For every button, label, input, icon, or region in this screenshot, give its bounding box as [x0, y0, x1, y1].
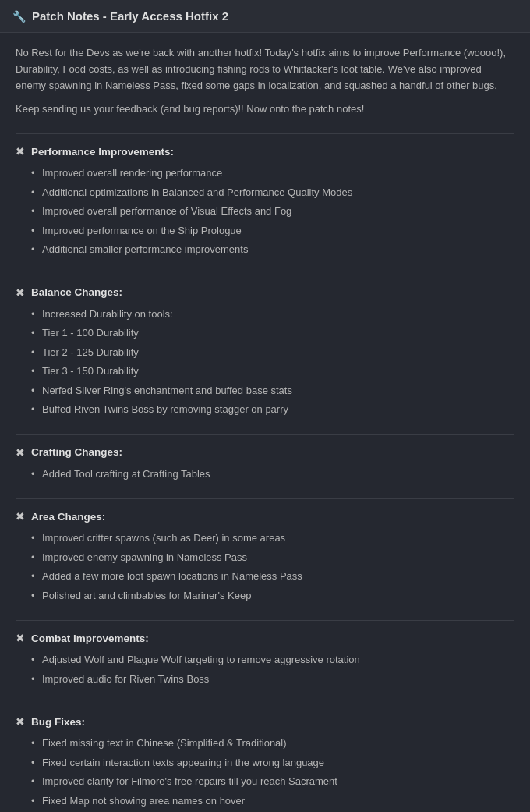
section-balance: ✖ Balance Changes: Increased Durability …: [16, 275, 514, 417]
section-icon-area: ✖: [16, 510, 25, 523]
list-item: Improved enemy spawning in Nameless Pass: [31, 550, 514, 566]
section-icon-combat: ✖: [16, 632, 25, 644]
title-bar: 🔧 Patch Notes - Early Access Hotfix 2: [0, 0, 530, 33]
section-combat: ✖ Combat Improvements: Adjusted Wolf and…: [16, 620, 514, 686]
list-item: Tier 2 - 125 Durability: [31, 345, 514, 360]
list-item: Increased Durability on tools:: [31, 307, 514, 322]
section-crafting: ✖ Crafting Changes: Added Tool crafting …: [16, 434, 514, 482]
section-icon-balance: ✖: [16, 286, 25, 299]
bugfixes-list: Fixed missing text in Chinese (Simplifie…: [16, 736, 514, 812]
content-area: No Rest for the Devs as we're back with …: [0, 33, 530, 812]
section-title-combat: Combat Improvements:: [31, 633, 149, 644]
list-item: Fixed Map not showing area names on hove…: [31, 793, 514, 809]
wrench-icon: 🔧: [12, 10, 26, 23]
performance-list: Improved overall rendering performance A…: [16, 165, 514, 257]
intro-paragraph-1: No Rest for the Devs as we're back with …: [16, 45, 514, 94]
section-header-balance: ✖ Balance Changes:: [16, 286, 514, 299]
divider-combat: [16, 620, 514, 621]
list-item: Added a few more loot spawn locations in…: [31, 569, 514, 584]
section-title-crafting: Crafting Changes:: [31, 446, 122, 458]
list-item: Improved performance on the Ship Prologu…: [31, 223, 514, 239]
list-item: Added Tool crafting at Crafting Tables: [31, 466, 514, 482]
section-header-crafting: ✖ Crafting Changes:: [16, 446, 514, 459]
list-item: Polished art and climbables for Mariner'…: [31, 588, 514, 604]
list-item: Improved audio for Riven Twins Boss: [31, 672, 514, 687]
divider-performance: [16, 133, 514, 134]
section-icon-performance: ✖: [16, 145, 25, 158]
list-item: Fixed missing text in Chinese (Simplifie…: [31, 736, 514, 751]
page-title: Patch Notes - Early Access Hotfix 2: [32, 9, 228, 23]
section-bugfixes: ✖ Bug Fixes: Fixed missing text in Chine…: [16, 704, 514, 812]
section-header-performance: ✖ Performance Improvements:: [16, 145, 514, 158]
section-header-combat: ✖ Combat Improvements:: [16, 632, 514, 644]
intro-paragraph-2: Keep sending us your feedback (and bug r…: [16, 101, 514, 118]
list-item: Additional smaller performance improveme…: [31, 242, 514, 257]
list-item: Improved critter spawns (such as Deer) i…: [31, 530, 514, 546]
divider-area: [16, 498, 514, 499]
list-item: Improved clarity for Filmore's free repa…: [31, 774, 514, 789]
list-item: Fixed certain interaction texts appearin…: [31, 755, 514, 771]
section-title-area: Area Changes:: [31, 511, 105, 523]
section-icon-bugfixes: ✖: [16, 715, 25, 728]
section-header-area: ✖ Area Changes:: [16, 510, 514, 523]
area-list: Improved critter spawns (such as Deer) i…: [16, 530, 514, 603]
crafting-list: Added Tool crafting at Crafting Tables: [16, 466, 514, 482]
combat-list: Adjusted Wolf and Plague Wolf targeting …: [16, 652, 514, 686]
balance-list: Increased Durability on tools: Tier 1 - …: [16, 307, 514, 417]
section-area: ✖ Area Changes: Improved critter spawns …: [16, 498, 514, 603]
divider-bugfixes: [16, 704, 514, 704]
list-item: Adjusted Wolf and Plague Wolf targeting …: [31, 652, 514, 668]
page-container: 🔧 Patch Notes - Early Access Hotfix 2 No…: [0, 0, 530, 812]
section-icon-crafting: ✖: [16, 446, 25, 459]
list-item: Buffed Riven Twins Boss by removing stag…: [31, 402, 514, 417]
list-item: Tier 3 - 150 Durability: [31, 363, 514, 379]
list-item: Improved overall rendering performance: [31, 165, 514, 181]
list-item: Nerfed Silver Ring's enchantment and buf…: [31, 383, 514, 399]
divider-balance: [16, 275, 514, 275]
section-title-performance: Performance Improvements:: [31, 146, 174, 158]
section-performance: ✖ Performance Improvements: Improved ove…: [16, 133, 514, 257]
section-title-bugfixes: Bug Fixes:: [31, 716, 85, 728]
list-item: Tier 1 - 100 Durability: [31, 325, 514, 341]
section-title-balance: Balance Changes:: [31, 286, 122, 298]
section-header-bugfixes: ✖ Bug Fixes:: [16, 715, 514, 728]
divider-crafting: [16, 434, 514, 435]
list-item: Improved overall performance of Visual E…: [31, 204, 514, 219]
list-item: Additional optimizations in Balanced and…: [31, 185, 514, 200]
